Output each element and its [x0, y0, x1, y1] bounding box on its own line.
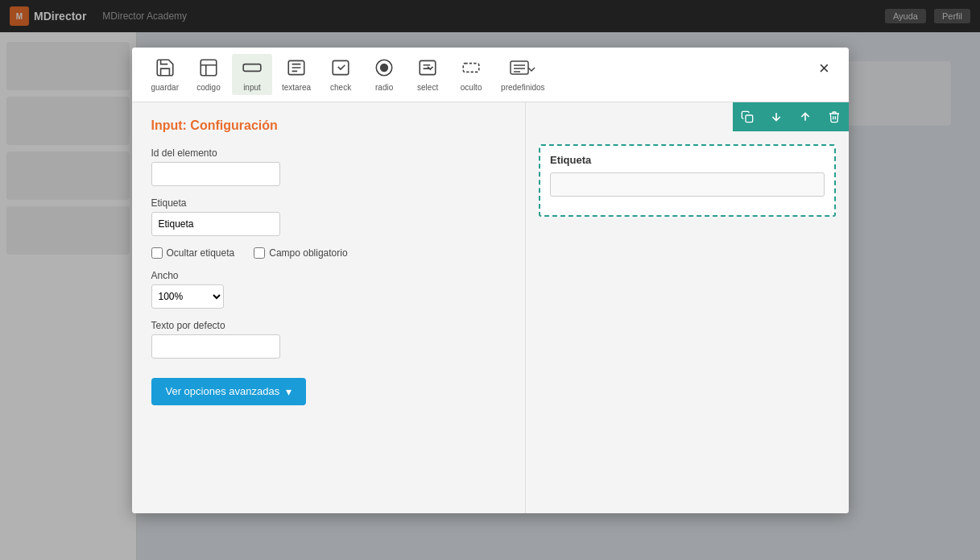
toolbar-label-radio: radio [375, 83, 393, 92]
preview-field: Etiqueta [539, 144, 836, 217]
preview-toolbar [733, 102, 849, 131]
svg-rect-9 [333, 60, 349, 74]
campo-obligatorio-checkbox-label[interactable]: Campo obligatorio [254, 247, 347, 259]
toolbar-label-textarea: textarea [282, 83, 311, 92]
toolbar-item-radio[interactable]: radio [364, 54, 404, 95]
ancho-field-group: Ancho 25% 33% 50% 66% 75% 100% [151, 270, 507, 309]
etiqueta-field-group: Etiqueta [151, 197, 507, 236]
chevron-down-icon: ▾ [286, 385, 292, 398]
ancho-label: Ancho [151, 270, 507, 281]
toolbar-item-predefinidos[interactable]: predefinidos [494, 54, 551, 95]
config-title: Input: Configuración [151, 118, 507, 133]
etiqueta-input[interactable] [151, 212, 280, 236]
toolbar-label-input: input [243, 83, 261, 92]
toolbar-label-guardar: guardar [151, 83, 179, 92]
preview-panel: Etiqueta [526, 102, 849, 513]
modal-dialog: guardar codigo [132, 48, 849, 513]
toolbar-label-check: check [330, 83, 351, 92]
svg-rect-0 [201, 60, 217, 76]
save-icon [155, 57, 176, 81]
checkbox-row: Ocultar etiqueta Campo obligatorio [151, 247, 507, 259]
textarea-icon [286, 57, 307, 81]
etiqueta-label: Etiqueta [151, 197, 507, 209]
ocultar-etiqueta-checkbox[interactable] [151, 247, 163, 259]
toolbar-item-check[interactable]: check [320, 54, 361, 95]
toolbar-item-select[interactable]: select [407, 54, 448, 95]
ocultar-etiqueta-checkbox-label[interactable]: Ocultar etiqueta [151, 247, 235, 259]
texto-defecto-input[interactable] [151, 334, 280, 359]
modal-body: Input: Configuración Id del elemento Eti… [132, 102, 849, 513]
svg-rect-15 [463, 63, 479, 72]
preview-field-label: Etiqueta [550, 154, 825, 166]
toolbar-item-guardar[interactable]: guardar [145, 54, 185, 95]
toolbar-label-oculto: oculto [461, 83, 482, 92]
preview-copy-button[interactable] [733, 102, 762, 131]
preview-field-input [550, 172, 825, 197]
ocultar-etiqueta-text: Ocultar etiqueta [167, 247, 235, 259]
modal-overlay: guardar codigo [0, 0, 980, 560]
ancho-select[interactable]: 25% 33% 50% 66% 75% 100% [151, 284, 224, 309]
preview-move-down-button[interactable] [762, 102, 791, 131]
texto-defecto-label: Texto por defecto [151, 320, 507, 331]
hidden-icon [461, 57, 482, 81]
preview-delete-button[interactable] [820, 102, 849, 131]
modal-toolbar: guardar codigo [132, 48, 849, 102]
check-icon [330, 57, 351, 81]
id-input[interactable] [151, 162, 280, 186]
code-icon [198, 57, 219, 81]
svg-point-11 [381, 64, 388, 71]
advanced-options-button[interactable]: Ver opciones avanzadas ▾ [151, 378, 307, 405]
svg-rect-3 [243, 64, 261, 71]
input-icon [242, 57, 263, 81]
toolbar-item-codigo[interactable]: codigo [188, 54, 229, 95]
id-label: Id del elemento [151, 147, 507, 159]
select-icon [417, 57, 438, 81]
modal-close-button[interactable]: × [813, 57, 836, 80]
toolbar-label-codigo: codigo [196, 83, 220, 92]
toolbar-item-textarea[interactable]: textarea [275, 54, 317, 95]
toolbar-label-predefinidos: predefinidos [501, 83, 544, 92]
preview-move-up-button[interactable] [791, 102, 820, 131]
advanced-options-label: Ver opciones avanzadas [166, 385, 280, 397]
campo-obligatorio-text: Campo obligatorio [269, 247, 347, 259]
radio-icon [374, 57, 395, 81]
config-panel: Input: Configuración Id del elemento Eti… [132, 102, 527, 513]
campo-obligatorio-checkbox[interactable] [254, 247, 265, 259]
texto-defecto-field-group: Texto por defecto [151, 320, 507, 359]
toolbar-label-select: select [417, 83, 438, 92]
predefined-icon [509, 57, 536, 81]
id-field-group: Id del elemento [151, 147, 507, 186]
svg-rect-20 [746, 115, 753, 122]
toolbar-item-input[interactable]: input [232, 54, 272, 95]
toolbar-item-oculto[interactable]: oculto [451, 54, 491, 95]
